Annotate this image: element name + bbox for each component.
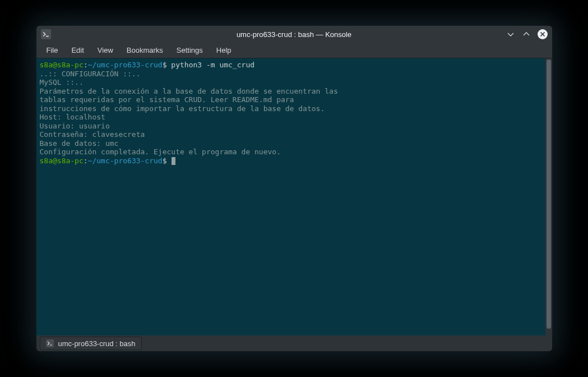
menu-help[interactable]: Help <box>211 44 237 56</box>
prompt-dollar: $ <box>163 61 172 69</box>
output-line: Configuración completada. Ejecute el pro… <box>40 148 542 157</box>
output-line: Host: localhost <box>40 113 542 122</box>
command-text: python3 -m umc_crud <box>171 61 254 69</box>
menu-edit[interactable]: Edit <box>66 44 89 56</box>
terminal-content[interactable]: s8a@s8a-pc:~/umc-pro633-crud$ python3 -m… <box>36 58 545 335</box>
tabbar: umc-pro633-crud : bash <box>36 335 552 351</box>
prompt-colon: : <box>84 61 88 69</box>
terminal-area[interactable]: s8a@s8a-pc:~/umc-pro633-crud$ python3 -m… <box>36 58 552 335</box>
menu-bookmarks[interactable]: Bookmarks <box>121 44 169 56</box>
titlebar[interactable]: umc-pro633-crud : bash — Konsole <box>36 26 552 43</box>
output-line: Contraseña: clavesecreta <box>40 130 542 139</box>
prompt-dollar: $ <box>163 157 172 165</box>
window-title: umc-pro633-crud : bash — Konsole <box>237 30 351 39</box>
prompt-colon: : <box>84 157 88 165</box>
menubar: File Edit View Bookmarks Settings Help <box>36 43 552 58</box>
tab-label: umc-pro633-crud : bash <box>58 339 136 348</box>
close-button[interactable] <box>538 29 548 39</box>
prompt-path: ~/umc-pro633-crud <box>88 61 163 69</box>
output-line: MySQL ::.. <box>40 78 542 87</box>
output-line: Usuario: usuario <box>40 122 542 131</box>
output-line: ..:: CONFIGURACIÓN ::.. <box>40 70 542 79</box>
window-controls <box>506 29 548 39</box>
output-line: Parámetros de la conexión a la base de d… <box>40 87 542 96</box>
output-line: Base de datos: umc <box>40 139 542 148</box>
scroll-thumb[interactable] <box>547 59 551 329</box>
minimize-button[interactable] <box>506 30 515 39</box>
scrollbar[interactable] <box>545 58 552 335</box>
output-line: tablas requeridas por el sistema CRUD. L… <box>40 95 542 104</box>
cursor <box>172 157 175 165</box>
prompt-path: ~/umc-pro633-crud <box>88 157 163 165</box>
terminal-icon <box>46 339 54 347</box>
menu-file[interactable]: File <box>41 44 64 56</box>
menu-settings[interactable]: Settings <box>171 44 209 56</box>
app-icon <box>41 29 51 39</box>
menu-view[interactable]: View <box>92 44 119 56</box>
konsole-window: umc-pro633-crud : bash — Konsole File Ed… <box>36 26 552 351</box>
output-line: instrucciones de cómo importar la estruc… <box>40 104 542 113</box>
prompt-user-host: s8a@s8a-pc <box>40 157 84 165</box>
prompt-user-host: s8a@s8a-pc <box>40 61 84 69</box>
tab-terminal[interactable]: umc-pro633-crud : bash <box>40 337 142 350</box>
maximize-button[interactable] <box>522 30 531 39</box>
